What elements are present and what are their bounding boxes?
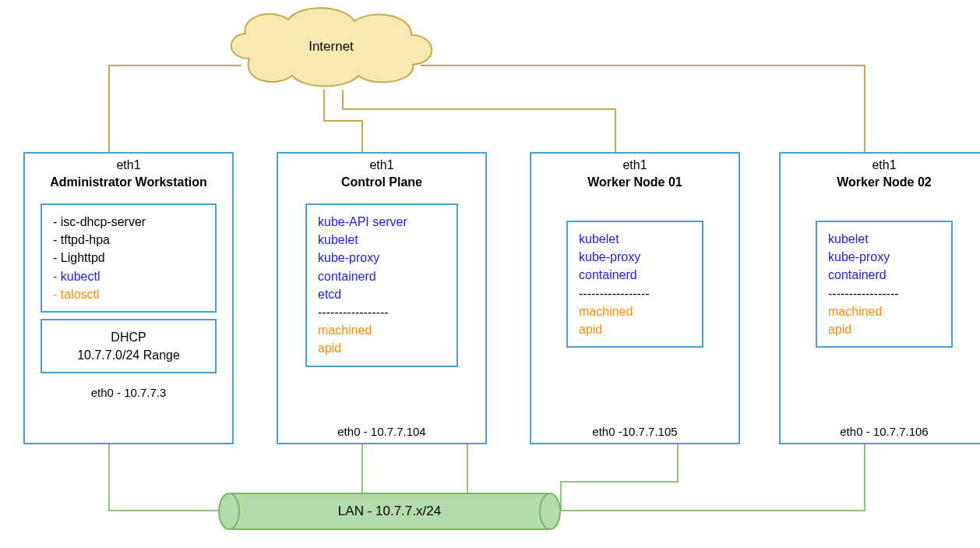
worker01-node: eth1 Worker Node 01 kubelet kube-proxy c… bbox=[530, 152, 740, 444]
worker1-services-box: kubelet kube-proxy containerd ----------… bbox=[566, 221, 703, 348]
dhcp-1: DHCP bbox=[53, 328, 204, 346]
cloud-connectors bbox=[0, 0, 980, 156]
internet-label: Internet bbox=[308, 39, 354, 55]
admin-svc-1: - isc-dhcp-server bbox=[53, 213, 204, 231]
worker2-svc-o2: apid bbox=[828, 320, 940, 338]
worker2-svc-3: containerd bbox=[828, 266, 940, 284]
control-eth0-label: eth0 - 10.7.7.104 bbox=[278, 419, 485, 443]
admin-eth1-label: eth1 bbox=[25, 154, 232, 174]
control-svc-4: containerd bbox=[318, 267, 446, 285]
worker1-eth0-label: eth0 -10.7.7.105 bbox=[531, 419, 739, 443]
svg-point-2 bbox=[540, 493, 560, 529]
control-svc-2: kubelet bbox=[318, 231, 446, 249]
worker2-eth0-label: eth0 - 10.7.7.106 bbox=[781, 419, 980, 443]
control-plane-node: eth1 Control Plane kube-API server kubel… bbox=[277, 152, 487, 444]
admin-eth0-label: eth0 - 10.7.7.3 bbox=[25, 380, 232, 404]
admin-svc-2: - tftpd-hpa bbox=[53, 231, 204, 249]
control-svc-5: etcd bbox=[318, 285, 446, 303]
network-diagram: Internet eth1 Administrator Workstation … bbox=[0, 0, 980, 548]
worker2-eth1-label: eth1 bbox=[781, 154, 980, 174]
admin-services-box: - isc-dhcp-server - tftpd-hpa - Lighttpd… bbox=[41, 203, 217, 313]
control-sep: ----------------- bbox=[318, 303, 446, 321]
admin-svc-4: - kubectl bbox=[53, 267, 204, 285]
admin-dhcp-box: DHCP 10.7.7.0/24 Range bbox=[41, 319, 217, 373]
control-services-box: kube-API server kubelet kube-proxy conta… bbox=[305, 203, 458, 367]
worker2-svc-2: kube-proxy bbox=[828, 248, 940, 266]
worker02-node: eth1 Worker Node 02 kubelet kube-proxy c… bbox=[779, 152, 980, 444]
control-svc-o2: apid bbox=[318, 339, 446, 357]
lan-cylinder: LAN - 10.7.7.x/24 bbox=[218, 493, 561, 530]
admin-svc-5: - talosctl bbox=[53, 285, 204, 303]
control-svc-1: kube-API server bbox=[318, 213, 446, 231]
worker2-services-box: kubelet kube-proxy containerd ----------… bbox=[816, 221, 953, 348]
control-eth1-label: eth1 bbox=[278, 154, 485, 174]
worker1-svc-o1: machined bbox=[579, 302, 691, 320]
worker2-svc-o1: machined bbox=[828, 302, 940, 320]
lan-label: LAN - 10.7.7.x/24 bbox=[338, 504, 441, 519]
worker1-svc-2: kube-proxy bbox=[579, 248, 691, 266]
worker2-sep: ----------------- bbox=[828, 285, 940, 302]
control-title: Control Plane bbox=[278, 174, 485, 197]
worker1-eth1-label: eth1 bbox=[531, 154, 739, 174]
worker1-svc-o2: apid bbox=[579, 320, 691, 338]
worker1-sep: ----------------- bbox=[579, 285, 691, 302]
control-svc-o1: machined bbox=[318, 321, 446, 339]
admin-workstation-node: eth1 Administrator Workstation - isc-dhc… bbox=[23, 152, 234, 444]
admin-svc-3: - Lighttpd bbox=[53, 249, 204, 267]
worker2-title: Worker Node 02 bbox=[781, 174, 980, 197]
admin-title: Administrator Workstation bbox=[25, 174, 232, 197]
dhcp-2: 10.7.7.0/24 Range bbox=[53, 346, 204, 364]
worker1-svc-3: containerd bbox=[579, 266, 691, 284]
worker2-svc-1: kubelet bbox=[828, 230, 940, 248]
control-svc-3: kube-proxy bbox=[318, 249, 446, 267]
internet-cloud: Internet bbox=[218, 4, 444, 90]
worker1-title: Worker Node 01 bbox=[531, 174, 739, 197]
svg-point-1 bbox=[219, 493, 239, 529]
worker1-svc-1: kubelet bbox=[579, 230, 691, 248]
